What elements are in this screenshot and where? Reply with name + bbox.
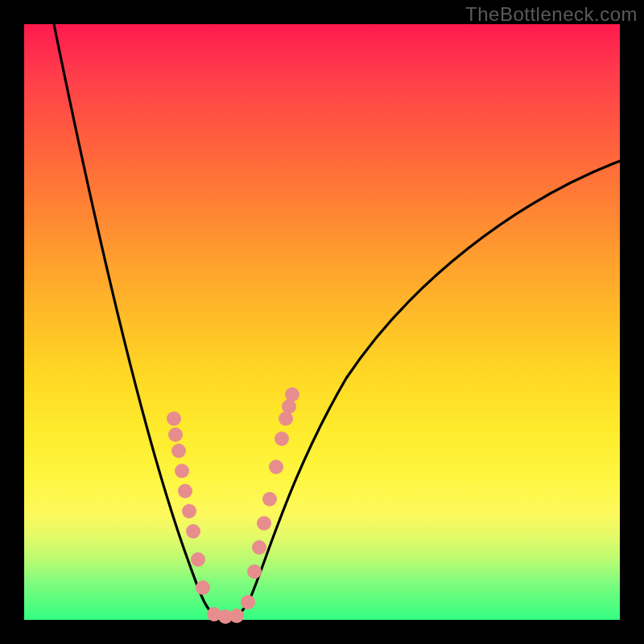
chart-frame: TheBottleneck.com [0, 0, 644, 644]
beads-left [167, 411, 210, 595]
svg-point-18 [275, 431, 289, 446]
beads-floor [207, 607, 244, 624]
svg-point-12 [241, 595, 255, 609]
svg-point-14 [252, 540, 266, 555]
svg-point-11 [229, 609, 244, 623]
svg-point-3 [175, 464, 189, 478]
svg-point-2 [171, 444, 186, 458]
bottleneck-curve [54, 24, 620, 619]
svg-point-0 [167, 411, 181, 426]
svg-point-8 [196, 580, 210, 595]
svg-point-7 [191, 552, 205, 567]
plot-area [24, 24, 620, 620]
watermark-text: TheBottleneck.com [465, 3, 638, 26]
svg-point-1 [168, 427, 183, 442]
svg-point-21 [285, 387, 299, 402]
svg-point-4 [178, 484, 192, 498]
svg-point-5 [182, 504, 196, 518]
beads-right [241, 387, 299, 609]
svg-point-13 [247, 564, 262, 579]
svg-point-16 [262, 492, 277, 506]
curve-svg [24, 24, 620, 620]
svg-point-17 [269, 460, 283, 474]
svg-point-6 [186, 524, 200, 539]
svg-point-15 [257, 516, 271, 530]
